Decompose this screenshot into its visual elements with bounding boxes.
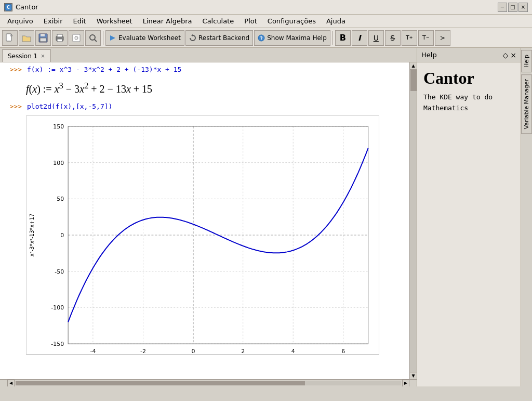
svg-text:0: 0 <box>192 348 195 354</box>
menu-item-calculate[interactable]: Calculate <box>197 16 240 26</box>
help-subtitle: The KDE way to do Mathematics <box>423 92 514 114</box>
menu-item-ajuda[interactable]: Ajuda <box>321 16 351 26</box>
help-content: Cantor The KDE way to do Mathematics <box>417 62 521 386</box>
toolbar-separator-1 <box>103 31 103 45</box>
hscroll-track <box>16 381 401 385</box>
cell-2-row: >>> plot2d(f(x),[x,-5,7]) <box>0 99 409 113</box>
tabbar: Session 1 × <box>0 48 417 62</box>
svg-line-13 <box>95 40 97 42</box>
svg-text:4: 4 <box>291 348 295 354</box>
strikethrough-button[interactable]: S <box>385 30 401 46</box>
toolbar-separator-2 <box>332 31 333 45</box>
hscroll-left-button[interactable]: ◀ <box>7 380 15 387</box>
evaluate-worksheet-button[interactable]: Evaluate Worksheet <box>105 30 184 46</box>
save-button[interactable] <box>35 30 51 46</box>
plot-svg: -150 -100 -50 0 50 100 150 -4 -2 0 2 4 6 <box>26 116 379 354</box>
cell-1-math: f(x) := x3 − 3x2 + 2 − 13x + 15 <box>26 79 405 97</box>
more-button[interactable]: > <box>435 30 450 46</box>
titlebar-left: C Cantor <box>4 3 38 11</box>
scroll-thumb[interactable] <box>410 70 417 91</box>
cantor-icon: C <box>4 3 12 11</box>
print-button[interactable] <box>52 30 68 46</box>
menu-item-plot[interactable]: Plot <box>239 16 262 26</box>
svg-text:0: 0 <box>60 232 64 239</box>
svg-marker-15 <box>191 34 193 36</box>
svg-text:2: 2 <box>241 348 245 354</box>
scroll-up-button[interactable]: ▲ <box>410 62 417 70</box>
superscript-button[interactable]: T+ <box>402 30 417 46</box>
titlebar: C Cantor − □ × <box>0 0 532 15</box>
svg-text:C: C <box>7 5 10 10</box>
svg-rect-5 <box>40 38 46 42</box>
content-inner: >>> f(x) := x^3 - 3*x^2 + 2 + (-13)*x + … <box>0 62 409 379</box>
open-button[interactable] <box>19 30 34 46</box>
side-tabs: Help Variable Manager <box>521 48 532 386</box>
help-header-controls: ◇ × <box>502 51 516 59</box>
new-button[interactable] <box>2 30 18 46</box>
menu-item-configurações[interactable]: Configurações <box>262 16 321 26</box>
titlebar-controls: − □ × <box>498 3 528 12</box>
titlebar-title: Cantor <box>16 3 38 11</box>
cell-2-input[interactable]: plot2d(f(x),[x,-5,7]) <box>26 101 409 111</box>
search-button[interactable] <box>85 30 101 46</box>
svg-text:-100: -100 <box>51 304 64 311</box>
svg-text:-2: -2 <box>140 348 146 354</box>
hscroll-right-button[interactable]: ▶ <box>402 380 409 387</box>
menu-item-worksheet[interactable]: Worksheet <box>91 16 138 26</box>
help-panel: Help ◇ × Cantor The KDE way to do Mathem… <box>417 48 521 386</box>
svg-text:x³-3*x²-13*x+17: x³-3*x²-13*x+17 <box>29 213 35 256</box>
bold-button[interactable]: B <box>335 30 351 46</box>
menubar: ArquivoExibirEditWorksheetLinear Algebra… <box>0 15 532 28</box>
side-tab-variable-manager[interactable]: Variable Manager <box>521 74 532 134</box>
help-app-title: Cantor <box>423 69 514 88</box>
underline-button[interactable]: U <box>368 30 384 46</box>
side-tab-help[interactable]: Help <box>521 50 532 72</box>
menu-item-linear-algebra[interactable]: Linear Algebra <box>138 16 197 26</box>
main-area: Session 1 × >>> f(x) := x^3 - 3*x^2 + 2 … <box>0 48 532 386</box>
scroll-container: >>> f(x) := x^3 - 3*x^2 + 2 + (-13)*x + … <box>0 62 417 379</box>
svg-text:50: 50 <box>57 196 64 202</box>
svg-rect-7 <box>57 34 62 37</box>
cell-1-prompt: >>> <box>0 64 26 73</box>
session-tab[interactable]: Session 1 × <box>2 49 51 62</box>
svg-text:100: 100 <box>53 159 64 166</box>
svg-text:-4: -4 <box>90 348 96 354</box>
scroll-down-button[interactable]: ▼ <box>410 372 417 379</box>
svg-text:?: ? <box>260 36 263 41</box>
toolbar: Evaluate Worksheet Restart Backend ? Sho… <box>0 28 532 48</box>
svg-text:-50: -50 <box>55 268 64 275</box>
help-diamond-icon[interactable]: ◇ <box>502 51 508 59</box>
vertical-scrollbar[interactable]: ▲ ▼ <box>409 62 417 379</box>
svg-rect-4 <box>41 34 45 36</box>
session-panel: Session 1 × >>> f(x) := x^3 - 3*x^2 + 2 … <box>0 48 417 386</box>
svg-rect-8 <box>57 39 62 42</box>
subscript-button[interactable]: T− <box>418 30 434 46</box>
show-maxima-help-button[interactable]: ? Show Maxima Help <box>254 30 330 46</box>
close-button[interactable]: × <box>518 3 528 12</box>
tab-close-button[interactable]: × <box>41 53 45 59</box>
right-panel: Help ◇ × Cantor The KDE way to do Mathem… <box>417 48 532 386</box>
plot-container: -150 -100 -50 0 50 100 150 -4 -2 0 2 4 6 <box>26 115 379 355</box>
cell-1-output: f(x) := x3 − 3x2 + 2 − 13x + 15 <box>0 76 409 99</box>
cell-1-input[interactable]: f(x) := x^3 - 3*x^2 + 2 + (-13)*x + 15 <box>26 64 409 74</box>
svg-text:-150: -150 <box>51 341 64 347</box>
help-header: Help ◇ × <box>417 48 521 62</box>
restart-backend-button[interactable]: Restart Backend <box>185 30 253 46</box>
maximize-button[interactable]: □ <box>508 3 517 12</box>
cell-2-prompt: >>> <box>0 101 26 110</box>
svg-marker-14 <box>110 35 115 41</box>
horizontal-scrollbar[interactable]: ◀ ▶ <box>0 379 417 386</box>
help-title-label: Help <box>421 51 437 59</box>
help-close-button[interactable]: × <box>510 51 516 59</box>
svg-point-12 <box>90 35 95 40</box>
preview-button[interactable] <box>69 30 84 46</box>
hscroll-thumb[interactable] <box>16 381 305 385</box>
menu-item-edit[interactable]: Edit <box>68 16 91 26</box>
svg-text:150: 150 <box>53 123 64 130</box>
italic-button[interactable]: I <box>352 30 367 46</box>
menu-item-arquivo[interactable]: Arquivo <box>2 16 38 26</box>
cell-1-row: >>> f(x) := x^3 - 3*x^2 + 2 + (-13)*x + … <box>0 62 409 76</box>
menu-item-exibir[interactable]: Exibir <box>38 16 68 26</box>
scroll-track <box>410 70 417 372</box>
minimize-button[interactable]: − <box>498 3 507 12</box>
